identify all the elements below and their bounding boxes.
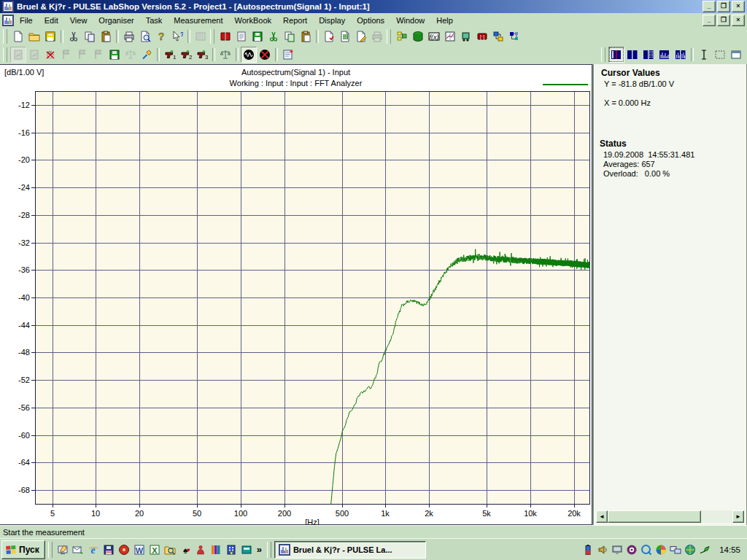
quick-launch-media-disc[interactable] <box>117 542 132 558</box>
quick-launch-show-desktop[interactable] <box>55 542 71 558</box>
menu-task[interactable]: Task <box>140 14 169 27</box>
display-setup-button[interactable] <box>442 28 458 44</box>
tray-battery-meter-icon[interactable] <box>582 544 594 556</box>
start-button[interactable]: Пуск <box>1 540 45 559</box>
insert-table-button[interactable] <box>337 28 353 44</box>
toolbar-grip[interactable] <box>387 29 391 44</box>
quick-launch-card-game[interactable]: ♠♥ <box>178 542 193 558</box>
menu-view[interactable]: View <box>64 14 93 27</box>
menu-organiser[interactable]: Organiser <box>93 14 139 27</box>
cursor-ibeam-button[interactable] <box>696 47 712 63</box>
close-button[interactable]: × <box>732 1 745 12</box>
trigger-1-button[interactable]: 1 <box>162 47 178 63</box>
display-dual-pane-button[interactable] <box>624 47 640 63</box>
quick-launch-word[interactable]: W <box>132 542 147 558</box>
scroll-left-button[interactable]: ◄ <box>596 510 608 523</box>
cut-button[interactable] <box>66 28 82 44</box>
measurement-notes-button[interactable] <box>280 47 296 63</box>
tray-system-tool-green-icon[interactable] <box>699 544 711 556</box>
trigger-2-button[interactable]: 2 <box>178 47 194 63</box>
tray-quicktime-icon[interactable] <box>640 544 652 556</box>
paste-measurement-button[interactable] <box>298 28 314 44</box>
quick-launch-mail[interactable] <box>71 542 86 558</box>
menu-window[interactable]: Window <box>390 14 430 27</box>
save-project-button[interactable] <box>42 28 58 44</box>
open-project-button[interactable] <box>26 28 42 44</box>
menu-measurement[interactable]: Measurement <box>168 14 228 27</box>
menu-workbook[interactable]: WorkBook <box>229 14 278 27</box>
display-spectrum-button[interactable] <box>657 47 673 63</box>
signal-generator-button[interactable]: [·] <box>474 28 490 44</box>
minimize-button[interactable]: _ <box>703 1 716 12</box>
menu-display[interactable]: Display <box>313 14 351 27</box>
quick-launch-backup-floppy[interactable] <box>101 542 117 558</box>
cut-measurement-button[interactable] <box>266 28 282 44</box>
save-measurement-button[interactable] <box>249 28 266 44</box>
save-result-button[interactable] <box>107 47 123 63</box>
zoom-selection-button[interactable] <box>712 47 728 63</box>
toolbar-grip[interactable] <box>3 29 7 44</box>
context-help-button[interactable]: ? <box>169 28 185 44</box>
organiser-button[interactable] <box>394 28 410 44</box>
quick-launch-pulse-app[interactable] <box>224 542 239 558</box>
scroll-right-button[interactable]: ► <box>732 510 744 523</box>
display-overlay-button[interactable] <box>640 47 657 63</box>
io-setup-button[interactable] <box>490 28 506 44</box>
configuration-map-button[interactable] <box>506 28 522 44</box>
quick-launch-media-player[interactable] <box>209 542 224 558</box>
taskbar-grip[interactable] <box>48 542 53 558</box>
spectrum-plot[interactable]: -12-16-20-24-28-32-36-40-44-48-52-56-60-… <box>0 65 592 526</box>
copy-button[interactable] <box>82 28 98 44</box>
tray-network-computers-icon[interactable] <box>670 544 681 556</box>
insert-report-button[interactable] <box>321 28 337 44</box>
paste-button[interactable] <box>98 28 114 44</box>
taskbar-grip-2[interactable] <box>267 542 271 558</box>
tray-display-settings-icon[interactable] <box>611 544 623 556</box>
mdi-close-button[interactable]: × <box>732 15 745 26</box>
display-multi-spectrum-button[interactable] <box>673 47 689 63</box>
window-layout-button[interactable] <box>728 47 744 63</box>
edit-report-button[interactable] <box>353 28 369 44</box>
new-document-button[interactable] <box>10 28 26 44</box>
menu-file[interactable]: File <box>14 14 39 27</box>
print-preview-button[interactable] <box>137 28 153 44</box>
document-icon[interactable] <box>2 15 14 26</box>
stop-measurement-button[interactable] <box>42 47 58 63</box>
measurement-front-end-button[interactable] <box>458 28 474 44</box>
mdi-restore-button[interactable]: ❐ <box>717 15 730 26</box>
quick-launch-device-tool[interactable] <box>239 542 255 558</box>
copy-measurement-button[interactable] <box>282 28 298 44</box>
scroll-thumb[interactable] <box>608 510 701 523</box>
restore-button[interactable]: ❐ <box>717 1 730 12</box>
menu-help[interactable]: Help <box>430 14 459 27</box>
report-list-button[interactable] <box>233 28 249 44</box>
tray-volume-icon[interactable] <box>597 544 608 556</box>
workbook-button[interactable] <box>217 28 233 44</box>
tray-messenger-ball-icon[interactable] <box>684 544 696 556</box>
quick-launch-red-app[interactable] <box>193 542 209 558</box>
tray-media-app-purple-icon[interactable] <box>626 544 638 556</box>
sound-on-button[interactable] <box>241 47 257 63</box>
quick-launch-chevron[interactable]: » <box>255 544 264 555</box>
balance-button[interactable] <box>217 47 233 63</box>
menu-options[interactable]: Options <box>351 14 390 27</box>
function-editor-button[interactable]: f(x) <box>426 28 442 44</box>
quick-launch-excel[interactable]: X <box>147 542 163 558</box>
task-button-pulse[interactable]: Bruel & Kj?r - PULSE La... <box>274 541 426 559</box>
menu-report[interactable]: Report <box>277 14 313 27</box>
menu-edit[interactable]: Edit <box>39 14 64 27</box>
help-button[interactable]: ? <box>153 28 169 44</box>
print-button[interactable] <box>121 28 137 44</box>
display-single-cursor-button[interactable] <box>608 47 624 63</box>
database-button[interactable] <box>410 28 426 44</box>
quick-launch-search[interactable] <box>163 542 178 558</box>
trigger-3-button[interactable]: 3 <box>194 47 210 63</box>
quick-launch-internet-explorer[interactable]: e <box>86 542 101 558</box>
toolbar-grip[interactable] <box>601 47 605 62</box>
mdi-minimize-button[interactable]: _ <box>703 15 716 26</box>
scroll-track[interactable] <box>701 510 732 523</box>
sound-off-button[interactable] <box>257 47 273 63</box>
tray-color-manager-icon[interactable] <box>655 544 667 556</box>
calibration-tool-button[interactable] <box>139 47 155 63</box>
toolbar-grip[interactable] <box>3 47 7 62</box>
